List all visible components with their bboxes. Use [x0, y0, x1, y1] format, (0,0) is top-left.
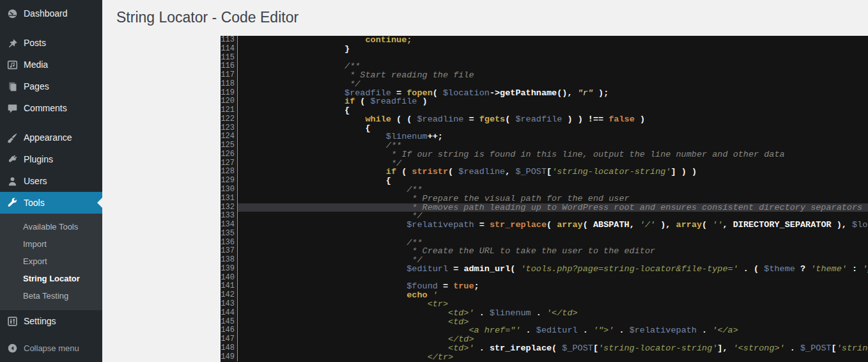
sidebar-item-label: Posts: [24, 38, 46, 48]
sidebar-item-available-tools[interactable]: Available Tools: [0, 218, 102, 235]
code-line[interactable]: 114 }: [221, 45, 868, 54]
code-line[interactable]: 147 </td>: [221, 335, 868, 344]
sidebar-item-label: Tools: [24, 198, 45, 208]
sidebar-item-settings[interactable]: Settings: [0, 310, 102, 332]
sidebar-item-comments[interactable]: Comments: [0, 97, 102, 119]
code-line[interactable]: 122 while ( ( $readline = fgets( $readfi…: [221, 115, 868, 124]
line-number: 123: [221, 124, 238, 133]
code-line[interactable]: 130 /**: [221, 185, 868, 194]
line-number: 120: [221, 97, 238, 106]
code-line[interactable]: 129 {: [221, 177, 868, 185]
code-text: </tr>: [238, 353, 868, 362]
sidebar-item-media[interactable]: Media: [0, 54, 102, 75]
code-line[interactable]: 121 {: [221, 106, 868, 115]
code-line[interactable]: 142 echo ': [221, 291, 868, 300]
wrench-icon: [7, 198, 18, 209]
line-number: 148: [221, 344, 238, 353]
code-text: * If our string is found in this line, o…: [238, 150, 868, 159]
code-text: */: [238, 256, 868, 265]
sidebar-item-tools[interactable]: Tools: [0, 192, 102, 214]
code-line[interactable]: 125 /**: [221, 141, 868, 150]
code-line[interactable]: 144 <td>' . $linenum . '</td>: [221, 309, 868, 318]
code-text: /**: [238, 141, 868, 150]
code-line[interactable]: 124 $linenum++;: [221, 132, 868, 141]
sidebar-item-appearance[interactable]: Appearance: [0, 127, 102, 148]
media-icon: [7, 59, 18, 70]
code-line[interactable]: 136 /**: [221, 239, 868, 248]
code-line[interactable]: 146 <a href="' . $editurl . '">' . $rela…: [221, 326, 868, 335]
code-line[interactable]: 126 * If our string is found in this lin…: [221, 150, 868, 159]
code-line[interactable]: 143 <tr>: [221, 300, 868, 309]
pages-icon: [7, 81, 18, 92]
code-text: */: [238, 159, 868, 168]
code-line[interactable]: 131 * Prepare the visual path for the en…: [221, 194, 868, 203]
line-number: 116: [221, 62, 238, 71]
code-text: {: [238, 124, 868, 133]
line-number: 132: [221, 203, 238, 212]
line-number: 137: [221, 247, 238, 256]
code-line[interactable]: 118 */: [221, 80, 868, 89]
code-line[interactable]: 113 continue;: [221, 36, 868, 45]
code-line[interactable]: 149 </tr>: [221, 353, 868, 362]
code-line[interactable]: 120 if ( $readfile ): [221, 97, 868, 106]
code-line[interactable]: 137 * Create the URL to take the user to…: [221, 247, 868, 256]
code-line[interactable]: 119 $readfile = fopen( $location->getPat…: [221, 89, 868, 98]
code-text: {: [238, 177, 868, 185]
code-line[interactable]: 127 */: [221, 159, 868, 168]
sidebar-item-posts[interactable]: Posts: [0, 32, 102, 54]
code-line[interactable]: 139 $editurl = admin_url( 'tools.php?pag…: [221, 265, 868, 274]
line-number: 125: [221, 141, 238, 150]
code-line[interactable]: 117 * Start reading the file: [221, 71, 868, 80]
line-number: 127: [221, 159, 238, 168]
code-text: $found = true;: [238, 282, 868, 291]
sidebar-item-string-locator[interactable]: String Locator: [0, 270, 102, 287]
code-line[interactable]: 138 */: [221, 256, 868, 265]
code-line[interactable]: 133 */: [221, 212, 868, 221]
sidebar-item-beta-testing[interactable]: Beta Testing: [0, 287, 102, 304]
code-text: {: [238, 106, 868, 115]
code-line[interactable]: 116 /**: [221, 62, 868, 71]
line-number: 117: [221, 71, 238, 80]
code-line[interactable]: 123 {: [221, 124, 868, 133]
line-number: 136: [221, 239, 238, 248]
code-line[interactable]: 132 * Removes path leading up to WordPre…: [221, 203, 868, 212]
line-number: 118: [221, 80, 238, 89]
line-number: 131: [221, 194, 238, 203]
code-line[interactable]: 141 $found = true;: [221, 282, 868, 291]
code-line[interactable]: 135: [221, 230, 868, 239]
code-editor[interactable]: 113 continue;114 }115116 /**117 * Start …: [221, 36, 868, 362]
sidebar-item-plugins[interactable]: Plugins: [0, 148, 102, 170]
line-number: 114: [221, 45, 238, 54]
line-number: 128: [221, 168, 238, 177]
code-line[interactable]: 148 <td>' . str_ireplace( $_POST['string…: [221, 344, 868, 353]
code-text: $readfile = fopen( $location->getPathnam…: [238, 89, 868, 98]
sidebar-item-collapse-menu[interactable]: Collapse menu: [0, 337, 102, 359]
line-number: 140: [221, 274, 238, 283]
code-text: </td>: [238, 335, 868, 344]
line-number: 126: [221, 150, 238, 159]
line-number: 115: [221, 54, 238, 63]
user-icon: [7, 176, 18, 187]
code-text: <tr>: [238, 300, 868, 309]
plug-icon: [7, 154, 18, 165]
sidebar-item-dashboard[interactable]: Dashboard: [0, 3, 102, 24]
sidebar-item-users[interactable]: Users: [0, 170, 102, 192]
code-text: * Prepare the visual path for the end us…: [238, 194, 868, 203]
code-text: $relativepath = str_replace( array( ABSP…: [238, 221, 868, 230]
brush-icon: [7, 132, 18, 143]
code-line[interactable]: 115: [221, 54, 868, 63]
code-text: $linenum++;: [238, 132, 868, 141]
code-text: }: [238, 45, 868, 54]
code-text: [238, 274, 868, 283]
sidebar-item-import[interactable]: Import: [0, 235, 102, 253]
line-number: 145: [221, 318, 238, 327]
code-line[interactable]: 134 $relativepath = str_replace( array( …: [221, 221, 868, 230]
sidebar-item-export[interactable]: Export: [0, 253, 102, 270]
code-text: */: [238, 80, 868, 89]
line-number: 134: [221, 221, 238, 230]
code-line[interactable]: 140: [221, 274, 868, 283]
code-text: continue;: [238, 36, 868, 45]
code-line[interactable]: 145 <td>: [221, 318, 868, 327]
code-line[interactable]: 128 if ( stristr( $readline, $_POST['str…: [221, 168, 868, 177]
sidebar-item-pages[interactable]: Pages: [0, 75, 102, 97]
